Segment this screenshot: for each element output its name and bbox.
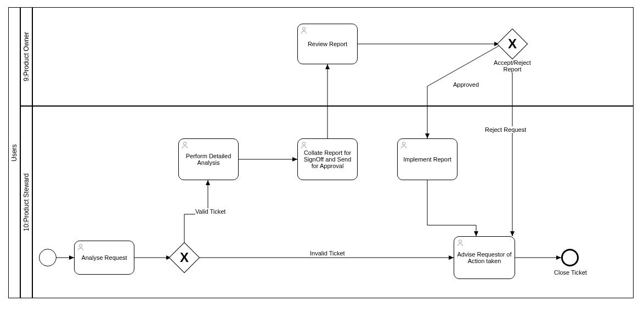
task-label: Implement Report [403, 156, 451, 163]
svg-point-11 [302, 27, 305, 30]
user-task-icon [181, 141, 189, 149]
flow-label-invalid-ticket: Invalid Ticket [310, 250, 345, 257]
svg-point-10 [302, 142, 305, 145]
bpmn-diagram: Users 9:Product Owner 10:Product Steward [0, 0, 644, 312]
task-label: Review Report [308, 41, 347, 47]
user-task-icon [456, 239, 464, 247]
task-analyse-request: Analyse Request [74, 241, 134, 275]
task-implement-report: Implement Report [397, 138, 457, 180]
flow-label-approved: Approved [453, 81, 479, 88]
user-task-icon [77, 243, 84, 251]
svg-point-12 [402, 142, 405, 145]
task-label: Perform Detailed Analysis [181, 153, 236, 166]
pool-label: Users [8, 7, 20, 298]
svg-point-9 [183, 142, 186, 145]
flow-label-valid-ticket: Valid Ticket [195, 208, 225, 215]
svg-point-8 [79, 244, 82, 247]
end-event-label: Close Ticket [554, 269, 587, 276]
lane-product-owner-label: 9:Product Owner [20, 7, 32, 106]
task-label: Advise Requestor of Action taken [456, 251, 512, 264]
lane-product-steward-label: 10:Product Steward [20, 106, 32, 298]
task-perform-detailed-analysis: Perform Detailed Analysis [178, 138, 239, 180]
end-event-close-ticket [561, 249, 579, 266]
flow-label-reject-request: Reject Request [485, 126, 526, 133]
task-review-report: Review Report [297, 24, 358, 64]
user-task-icon [300, 141, 308, 149]
task-label: Analyse Request [81, 254, 127, 261]
user-task-icon [400, 141, 408, 149]
task-collate-report: Collate Report for SignOff and Send for … [297, 138, 358, 180]
start-event [39, 249, 57, 266]
task-label: Collate Report for SignOff and Send for … [300, 149, 355, 169]
svg-point-13 [459, 240, 461, 243]
gateway-accept-reject-label: Accept/Reject Report [493, 59, 532, 73]
task-advise-requestor: Advise Requestor of Action taken [454, 236, 515, 279]
user-task-icon [300, 26, 308, 34]
